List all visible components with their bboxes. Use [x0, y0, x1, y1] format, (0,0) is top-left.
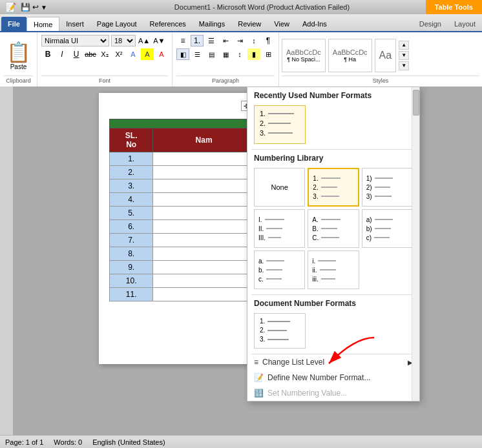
- subscript-button[interactable]: X₂: [98, 48, 111, 60]
- table-row: 5.: [110, 207, 153, 220]
- numbering-dropdown: Recently Used Number Formats 1. 2. 3. Nu…: [247, 87, 420, 402]
- align-center-button[interactable]: ☰: [191, 48, 204, 60]
- align-left-button[interactable]: ◧: [176, 48, 189, 60]
- paragraph-group-label: Paragraph: [176, 76, 275, 84]
- highlight-button[interactable]: A: [141, 48, 154, 60]
- font-name-select[interactable]: Nirmala UI: [41, 35, 109, 46]
- strikethrough-button[interactable]: abc: [84, 48, 97, 60]
- word-icon: 📝: [5, 2, 16, 12]
- language-info: English (United States): [92, 438, 165, 446]
- numbered-format-123[interactable]: 1. 2. 3.: [308, 168, 359, 207]
- sort-button[interactable]: ↕: [247, 35, 260, 46]
- numbered-format-alpha-upper[interactable]: A. B. C.: [308, 209, 359, 248]
- paste-button[interactable]: 📋 Paste: [4, 39, 33, 72]
- tab-layout[interactable]: Layout: [448, 17, 482, 31]
- italic-button[interactable]: I: [56, 48, 68, 60]
- status-bar: Page: 1 of 1 Words: 0 English (United St…: [0, 435, 482, 448]
- font-size-select[interactable]: 18: [111, 35, 136, 46]
- font-group: Nirmala UI 18 A▲ A▼ B I U abc X₂ X² A A …: [37, 32, 173, 87]
- show-formatting-button[interactable]: ¶: [262, 35, 275, 46]
- quick-access-save[interactable]: 💾: [21, 3, 30, 12]
- left-ruler: [0, 87, 13, 435]
- superscript-button[interactable]: X²: [112, 48, 125, 60]
- numbered-format-roman-lower[interactable]: i. ii. iii.: [308, 250, 359, 289]
- underline-button[interactable]: U: [70, 48, 83, 60]
- align-right-button[interactable]: ▤: [205, 48, 218, 60]
- styles-group-label: Styles: [282, 76, 479, 84]
- tab-references[interactable]: References: [143, 17, 193, 31]
- tab-file[interactable]: File: [1, 17, 26, 31]
- none-format-item[interactable]: None: [254, 168, 305, 207]
- tab-addins[interactable]: Add-Ins: [296, 17, 333, 31]
- recently-used-title: Recently Used Number Formats: [247, 87, 419, 103]
- table-row: 6.: [110, 220, 153, 234]
- tab-mailings[interactable]: Mailings: [193, 17, 231, 31]
- table-row: 11.: [110, 288, 153, 301]
- shading-button[interactable]: ▮: [247, 48, 260, 60]
- change-list-level-icon: ≡: [254, 358, 258, 367]
- change-list-level-item[interactable]: ≡ Change List Level ▶: [247, 354, 419, 370]
- styles-group: AaBbCcDc ¶ No Spaci... AaBbCcDc ¶ Ha Aa …: [279, 32, 482, 87]
- table-row: 10.: [110, 274, 153, 288]
- set-value-icon: 🔢: [254, 389, 264, 398]
- table-row: 7.: [110, 234, 153, 247]
- font-grow-button[interactable]: A▲: [138, 35, 151, 46]
- numbering-library-title: Numbering Library: [247, 150, 419, 165]
- tab-review[interactable]: Review: [231, 17, 267, 31]
- styles-scroll-up[interactable]: ▲ ▼ ▼: [399, 41, 409, 70]
- page-info: Page: 1 of 1: [5, 438, 43, 446]
- numbered-format-alpha-lower-dot[interactable]: a. b. c.: [254, 250, 305, 289]
- borders-button[interactable]: ⊞: [262, 48, 275, 60]
- style-item-aa[interactable]: Aa: [375, 39, 397, 72]
- table-row: 4.: [110, 193, 153, 207]
- justify-button[interactable]: ▦: [219, 48, 232, 60]
- increase-indent-button[interactable]: ⇥: [233, 35, 246, 46]
- table-row: 2.: [110, 166, 153, 179]
- font-shrink-button[interactable]: A▼: [152, 35, 165, 46]
- clipboard-label: Clipboard: [4, 76, 33, 84]
- font-color-button[interactable]: A: [155, 48, 168, 60]
- numbered-format-roman-upper[interactable]: I. II. III.: [254, 209, 305, 248]
- table-row: 9.: [110, 261, 153, 274]
- text-effects-button[interactable]: A: [127, 48, 140, 60]
- decrease-indent-button[interactable]: ⇤: [219, 35, 232, 46]
- tab-home[interactable]: Home: [26, 17, 59, 31]
- header-name: Nam: [153, 128, 255, 152]
- set-numbering-value-item: 🔢 Set Numbering Value...: [247, 385, 419, 401]
- quick-access-dropdown[interactable]: ▼: [41, 4, 47, 11]
- table-row: 3.: [110, 179, 153, 193]
- clipboard-group: 📋 Paste Clipboard: [0, 32, 37, 87]
- bullets-button[interactable]: ≡: [176, 35, 189, 46]
- line-spacing-button[interactable]: ↕: [233, 48, 246, 60]
- header-slno: SL.No: [110, 128, 153, 152]
- numbering-button[interactable]: 1.: [191, 35, 204, 46]
- window-controls: 📝 💾 ↩ ▼: [5, 2, 47, 12]
- style-item-heading[interactable]: AaBbCcDc ¶ Ha: [328, 39, 372, 72]
- numbered-format-paren[interactable]: 1) 2) 3): [362, 168, 413, 207]
- table-row: 8.: [110, 247, 153, 261]
- document-formats-title: Document Number Formats: [247, 295, 419, 311]
- table-tools-badge: Table Tools: [426, 0, 483, 14]
- tab-view[interactable]: View: [267, 17, 296, 31]
- paragraph-group: ≡ 1. ☰ ⇤ ⇥ ↕ ¶ ◧ ☰ ▤ ▦ ↕ ▮ ⊞ Paragraph: [173, 32, 279, 87]
- define-format-icon: 📝: [254, 373, 264, 382]
- style-item-no-spacing[interactable]: AaBbCcDc ¶ No Spaci...: [282, 39, 326, 72]
- dropdown-scrollbar[interactable]: [412, 87, 419, 401]
- numbered-format-alpha-lower-paren[interactable]: a) b) c): [362, 209, 413, 248]
- quick-access-undo[interactable]: ↩: [32, 3, 39, 12]
- bold-button[interactable]: B: [41, 48, 54, 60]
- tab-design[interactable]: Design: [413, 17, 448, 31]
- word-count: Words: 0: [54, 438, 82, 446]
- window-title: Document1 - Microsoft Word (Product Acti…: [47, 3, 477, 11]
- table-row: 1.: [110, 152, 153, 166]
- tab-page-layout[interactable]: Page Layout: [90, 17, 143, 31]
- font-group-label: Font: [41, 76, 168, 84]
- tab-insert[interactable]: Insert: [59, 17, 90, 31]
- document-format-item[interactable]: 1. 2. 3.: [254, 313, 306, 349]
- define-new-format-item[interactable]: 📝 Define New Number Format...: [247, 370, 419, 385]
- multilevel-list-button[interactable]: ☰: [205, 35, 218, 46]
- recent-format-item[interactable]: 1. 2. 3.: [254, 105, 306, 144]
